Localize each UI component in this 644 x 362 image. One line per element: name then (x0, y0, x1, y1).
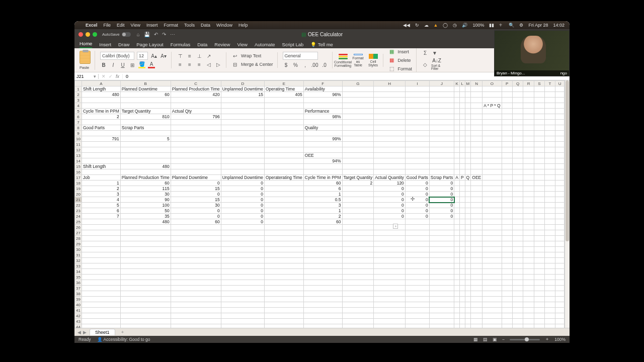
cell[interactable] (502, 219, 512, 225)
cell[interactable] (120, 169, 171, 175)
cell[interactable] (429, 236, 454, 241)
cell[interactable]: 0 (171, 192, 221, 197)
cell[interactable] (405, 252, 429, 258)
cell[interactable] (523, 275, 534, 280)
cell[interactable] (342, 269, 374, 275)
cell[interactable]: 0 (405, 180, 429, 186)
cell[interactable] (429, 313, 454, 319)
cell[interactable] (523, 125, 534, 131)
cell[interactable] (482, 169, 502, 175)
cell[interactable] (265, 203, 304, 208)
cell[interactable] (405, 86, 429, 92)
cell[interactable] (459, 186, 465, 192)
cell[interactable] (523, 297, 534, 302)
insert-cells-icon[interactable]: ▦ (388, 48, 395, 55)
cell[interactable] (454, 147, 460, 153)
cell[interactable] (82, 291, 120, 297)
wrap-text-label[interactable]: Wrap Text (241, 53, 261, 58)
cell[interactable] (454, 98, 460, 103)
cell[interactable] (171, 275, 221, 280)
row-header[interactable]: 28 (75, 236, 82, 241)
cell[interactable] (454, 197, 460, 203)
cell[interactable] (265, 120, 304, 125)
cell[interactable] (512, 103, 523, 109)
cell[interactable] (429, 169, 454, 175)
row-header[interactable]: 17 (75, 175, 82, 180)
cell[interactable]: 2 (82, 186, 120, 192)
cell[interactable] (303, 258, 342, 263)
cell[interactable]: 480 (82, 92, 120, 98)
cell[interactable] (171, 247, 221, 252)
cell[interactable] (405, 275, 429, 280)
delete-cells-icon[interactable]: ▦ (388, 57, 395, 64)
cell[interactable] (523, 142, 534, 147)
cell[interactable] (374, 158, 406, 164)
percent-icon[interactable]: % (292, 61, 299, 68)
menu-window[interactable]: Window (216, 23, 232, 28)
cell[interactable] (221, 169, 264, 175)
cell[interactable] (171, 308, 221, 313)
cell[interactable] (523, 241, 534, 247)
cell[interactable] (471, 219, 482, 225)
cell[interactable] (459, 319, 465, 324)
cell[interactable] (512, 92, 523, 98)
cell[interactable]: 0 (405, 186, 429, 192)
cell[interactable] (342, 247, 374, 252)
cell[interactable] (454, 125, 460, 131)
align-mid-icon[interactable]: ≡ (186, 52, 193, 59)
comma-icon[interactable]: , (302, 61, 309, 68)
cell[interactable] (523, 208, 534, 214)
cell[interactable] (374, 131, 406, 136)
cell[interactable] (482, 180, 502, 186)
cell[interactable] (534, 313, 544, 319)
cell[interactable] (405, 241, 429, 247)
cell[interactable] (482, 286, 502, 291)
cell[interactable] (405, 247, 429, 252)
cell[interactable] (471, 258, 482, 263)
cell[interactable] (465, 192, 471, 197)
cell[interactable] (512, 247, 523, 252)
cell[interactable] (82, 158, 120, 164)
cell[interactable] (523, 302, 534, 308)
cell[interactable] (459, 252, 465, 258)
cell[interactable] (265, 109, 304, 114)
cell[interactable] (471, 86, 482, 92)
cell[interactable] (512, 120, 523, 125)
cell[interactable]: Performance (303, 109, 342, 114)
cell[interactable] (459, 291, 465, 297)
cell[interactable] (512, 164, 523, 169)
cell[interactable] (465, 147, 471, 153)
cloud-icon[interactable]: ☁ (424, 23, 429, 28)
cell[interactable] (221, 280, 264, 286)
cell[interactable] (465, 241, 471, 247)
cell[interactable] (171, 125, 221, 131)
cell[interactable] (555, 131, 565, 136)
cell[interactable] (171, 280, 221, 286)
row-header[interactable]: 13 (75, 153, 82, 158)
autosave-toggle[interactable]: AutoSave (102, 32, 131, 37)
cell[interactable] (459, 258, 465, 263)
cell[interactable] (459, 308, 465, 313)
cell[interactable]: Actual Quantity (374, 175, 406, 180)
cell[interactable] (502, 252, 512, 258)
cell[interactable] (545, 92, 555, 98)
cell[interactable] (342, 92, 374, 98)
align-right-icon[interactable]: ≡ (196, 61, 203, 68)
cell[interactable]: 0 (171, 214, 221, 219)
cell[interactable] (221, 131, 264, 136)
cell[interactable] (405, 92, 429, 98)
cell[interactable] (534, 258, 544, 263)
cell[interactable] (454, 313, 460, 319)
cell[interactable] (459, 125, 465, 131)
cell[interactable] (459, 208, 465, 214)
cell[interactable] (555, 203, 565, 208)
cell[interactable] (555, 324, 565, 328)
cell[interactable] (454, 308, 460, 313)
cell[interactable] (523, 236, 534, 241)
cell[interactable] (502, 313, 512, 319)
cell[interactable] (545, 308, 555, 313)
cell[interactable]: 0 (374, 208, 406, 214)
cell[interactable] (471, 313, 482, 319)
cell[interactable]: 4 (82, 197, 120, 203)
cell[interactable] (471, 225, 482, 230)
